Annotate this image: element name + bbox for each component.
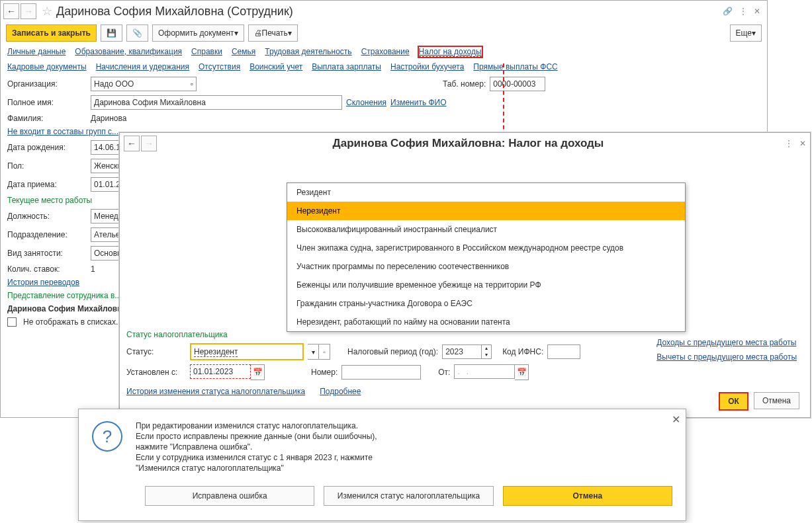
period-label: Налоговый период (год): [347, 347, 438, 356]
title-bar: ← → ☆ Даринова София Михайловна (Сотрудн… [1, 1, 767, 22]
tab-family[interactable]: Семья [232, 47, 255, 57]
more-button[interactable]: Еще [730, 24, 762, 42]
dialog-cancel-button[interactable]: Отмена [503, 486, 672, 506]
tab-fss[interactable]: Прямые выплаты ФСС [473, 62, 557, 71]
dropdown-item[interactable]: Беженцы или получившие временное убежище… [287, 276, 685, 294]
annotation-arrow [503, 63, 504, 136]
sex-label: Пол: [7, 161, 87, 171]
from-date[interactable]: . . 📅 [454, 364, 529, 380]
tab-hr-docs[interactable]: Кадровые документы [7, 62, 87, 71]
period-spinner[interactable]: 2023 ▴▾ [442, 344, 492, 359]
from-label: От: [438, 368, 450, 377]
rates-value: 1 [91, 264, 95, 274]
prev-income-link[interactable]: Доходы с предыдущего места работы [656, 338, 797, 347]
menu-icon[interactable]: ⋮ [739, 7, 747, 16]
tax-menu-icon[interactable]: ⋮ [785, 139, 793, 148]
tab-payout[interactable]: Выплата зарплаты [312, 62, 381, 71]
fullname-input[interactable]: Даринова София Михайловна [91, 95, 342, 110]
hide-label: Не отображать в списках... [23, 317, 122, 327]
tax-nav-forward-button[interactable]: → [141, 136, 157, 151]
toolbar: Записать и закрыть 💾 📎 Оформить документ… [1, 22, 767, 44]
tab-tax[interactable]: Налог на доходы [419, 47, 482, 57]
tab-refs[interactable]: Справки [191, 47, 222, 57]
dialog-text: При редактировании изменился статус нало… [136, 421, 377, 474]
cancel-button[interactable]: Отмена [754, 392, 799, 409]
surname-value: Даринова [91, 114, 126, 123]
status-dropdown-list: Резидент Нерезидент Высококвалифицирован… [287, 182, 686, 332]
fullname-label: Полное имя: [7, 98, 87, 107]
calendar-icon[interactable]: 📅 [251, 364, 265, 380]
dropdown-item[interactable]: Гражданин страны-участника Договора о ЕА… [287, 294, 685, 313]
more-link[interactable]: Подробнее [320, 387, 361, 396]
declensions-link[interactable]: Склонения [346, 98, 386, 107]
change-fio-link[interactable]: Изменить ФИО [390, 98, 447, 107]
status-changed-button[interactable]: Изменился статус налогоплательщика [324, 486, 493, 506]
org-input[interactable]: Надо ООО▫ [91, 77, 197, 91]
set-from-label: Установлен с: [126, 368, 186, 377]
window-title: Даринова София Михайловна (Сотрудник) [56, 5, 723, 19]
favorite-icon[interactable]: ☆ [42, 4, 52, 19]
dropdown-item[interactable]: Член экипажа судна, зарегистрированного … [287, 239, 685, 257]
close-icon[interactable]: ✕ [754, 7, 760, 16]
surname-label: Фамилия: [7, 114, 87, 123]
dropdown-item[interactable]: Высококвалифицированный иностранный спец… [287, 220, 685, 239]
dropdown-item-selected[interactable]: Нерезидент [287, 202, 685, 220]
tax-close-icon[interactable]: ✕ [799, 139, 806, 148]
org-label: Организация: [7, 79, 87, 89]
link-icon[interactable]: 🔗 [723, 7, 733, 16]
number-input[interactable] [341, 365, 421, 380]
ifns-label: Код ИФНС: [502, 347, 543, 356]
dropdown-item[interactable]: Нерезидент, работающий по найму на основ… [287, 313, 685, 331]
position-label: Должность: [7, 212, 87, 221]
tab-charges[interactable]: Начисления и удержания [96, 62, 189, 71]
tab-number-input[interactable]: 0000-00003 [490, 77, 545, 91]
tabs-row-1: Личные данные Образование, квалификация … [1, 44, 767, 60]
hide-checkbox[interactable] [7, 317, 17, 327]
tab-number-label: Таб. номер: [443, 79, 486, 89]
nav-back-button[interactable]: ← [3, 3, 19, 19]
dialog-close-icon[interactable]: ✕ [672, 413, 680, 426]
status-dropdown-button[interactable]: ▾ [308, 344, 319, 360]
save-button[interactable]: 💾 [101, 24, 122, 42]
tab-insurance[interactable]: Страхование [361, 47, 410, 57]
dob-label: Дата рождения: [7, 143, 87, 152]
bold-name: Даринова София Михайловн... [7, 304, 128, 313]
current-work-header: Текущее место работы [7, 196, 92, 205]
tab-accounting[interactable]: Настройки бухучета [390, 62, 464, 71]
tax-window-title: Даринова София Михайловна: Налог на дохо… [158, 137, 778, 150]
ifns-input[interactable] [547, 344, 580, 359]
tab-work[interactable]: Трудовая деятельность [265, 47, 351, 57]
tab-personal[interactable]: Личные данные [7, 47, 66, 57]
tabs-row-2: Кадровые документы Начисления и удержани… [1, 60, 767, 74]
number-label: Номер: [311, 368, 338, 377]
dept-label: Подразделение: [7, 230, 87, 239]
set-from-date[interactable]: 01.01.2023 📅 [190, 364, 265, 380]
save-close-button[interactable]: Записать и закрыть [6, 24, 97, 42]
nav-forward-button[interactable]: → [21, 3, 36, 19]
dropdown-item[interactable]: Резидент [287, 183, 685, 202]
fixed-error-button[interactable]: Исправлена ошибка [145, 486, 314, 506]
dropdown-item[interactable]: Участник программы по переселению соотеч… [287, 257, 685, 276]
attach-button[interactable]: 📎 [126, 24, 148, 42]
emp-type-label: Вид занятости: [7, 249, 87, 258]
prev-deductions-link[interactable]: Вычеты с предыдущего места работы [656, 352, 797, 362]
tab-education[interactable]: Образование, квалификация [75, 47, 182, 57]
presentation-header: Представление сотрудника в... [7, 291, 121, 300]
tab-military[interactable]: Воинский учет [249, 62, 302, 71]
draft-doc-button[interactable]: Оформить документ [152, 24, 244, 42]
hire-label: Дата приема: [7, 180, 87, 189]
status-open-button[interactable]: ▫ [319, 344, 330, 360]
tax-nav-back-button[interactable]: ← [124, 136, 140, 151]
confirm-dialog: ✕ ? При редактировании изменился статус … [78, 409, 686, 521]
groups-link[interactable]: Не входит в составы групп с... [7, 127, 118, 136]
ok-button[interactable]: ОК [719, 392, 748, 411]
tab-absences[interactable]: Отсутствия [199, 62, 240, 71]
status-input[interactable]: Нерезидент [190, 343, 304, 360]
status-label: Статус: [126, 347, 186, 356]
question-icon: ? [92, 421, 122, 452]
rates-label: Колич. ставок: [7, 264, 87, 274]
status-history-link[interactable]: История изменения статуса налогоплательщ… [126, 387, 305, 396]
calendar-icon[interactable]: 📅 [515, 364, 529, 380]
print-button[interactable]: 🖨 Печать [248, 24, 298, 42]
transfers-link[interactable]: История переводов [7, 278, 79, 287]
